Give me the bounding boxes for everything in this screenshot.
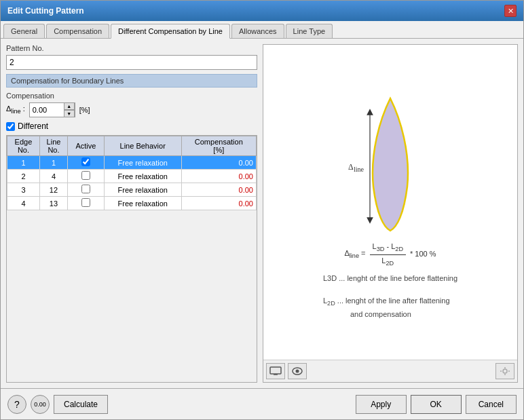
compensation-table: EdgeNo. LineNo. Active Line Behavior Com… [7, 136, 257, 210]
svg-point-8 [503, 369, 507, 373]
spin-down-btn[interactable]: ▼ [64, 110, 75, 117]
tab-compensation[interactable]: Compensation [46, 24, 109, 38]
delta-line-label: Δline : [6, 104, 25, 115]
apply-button[interactable]: Apply [356, 395, 407, 414]
title-bar: Edit Cutting Pattern ✕ [1, 1, 523, 21]
desc-line2: L2D ... lenght of the line after flatten… [323, 295, 457, 309]
settings-icon-btn[interactable] [495, 363, 514, 379]
cell-active[interactable] [68, 170, 105, 183]
description-text: L3D ... lenght of the line before flatte… [310, 273, 471, 320]
svg-rect-3 [270, 367, 281, 374]
calculate-button[interactable]: Calculate [54, 395, 108, 414]
active-checkbox[interactable] [81, 157, 90, 166]
col-compensation: Compensation[%] [181, 136, 256, 156]
tab-line-type[interactable]: Line Type [286, 24, 333, 38]
active-checkbox[interactable] [81, 171, 90, 180]
formula-numerator: L3D - L2D [370, 241, 406, 255]
compensation-section: Compensation Δline : ▲ ▼ [%] [6, 92, 257, 117]
active-checkbox[interactable] [81, 198, 90, 207]
spin-buttons: ▲ ▼ [64, 102, 75, 117]
different-checkbox-row: Different [6, 121, 257, 131]
eye-icon [291, 366, 303, 376]
bottom-left: ? 0.00 Calculate [7, 395, 108, 414]
svg-text:line: line [354, 166, 364, 173]
cell-edge-no: 3 [7, 183, 40, 197]
left-panel: Pattern No. Compensation for Boundary Li… [6, 44, 257, 383]
cell-edge-no: 4 [7, 197, 40, 210]
tabs-bar: General Compensation Different Compensat… [1, 21, 523, 39]
formula-box: Δline = L3D - L2D L2D * 100 % [344, 241, 436, 269]
cell-edge-no: 1 [7, 156, 40, 170]
cell-active[interactable] [68, 156, 105, 170]
active-checkbox[interactable] [81, 185, 90, 193]
pattern-no-label: Pattern No. [6, 44, 257, 52]
spin-up-btn[interactable]: ▲ [64, 102, 75, 110]
cell-compensation: 0.00 [181, 156, 256, 170]
cell-compensation: 0.00 [181, 183, 256, 197]
gear-icon [499, 366, 511, 376]
cell-line-no: 12 [39, 183, 67, 197]
right-panel: Δ line Δline = L3D - L2D L2D * 100 % [263, 44, 518, 383]
col-active: Active [68, 136, 105, 156]
delta-spin-input[interactable]: ▲ ▼ [29, 102, 75, 117]
svg-text:Δ: Δ [348, 162, 354, 172]
value-button[interactable]: 0.00 [31, 395, 50, 414]
col-line-behavior: Line Behavior [104, 136, 181, 156]
right-inner: Δ line Δline = L3D - L2D L2D * 100 % [263, 45, 517, 360]
cell-line-behavior: Free relaxation [104, 197, 181, 210]
col-edge-no: EdgeNo. [7, 136, 40, 156]
different-checkbox-label: Different [18, 121, 48, 131]
formula-denominator: L2D [379, 255, 396, 269]
cell-line-behavior: Free relaxation [104, 170, 181, 183]
ok-button[interactable]: OK [411, 395, 462, 414]
cell-line-no: 4 [39, 170, 67, 183]
tab-general[interactable]: General [3, 24, 45, 38]
right-toolbar [263, 360, 517, 382]
formula-rhs: * 100 % [410, 248, 436, 261]
boundary-section-header: Compensation for Boundary Lines [6, 74, 257, 88]
formula-section: Δline = L3D - L2D L2D * 100 % [344, 241, 436, 273]
monitor-icon [269, 366, 282, 376]
table-row[interactable]: 2 4 Free relaxation 0.00 [7, 170, 257, 183]
dialog: Edit Cutting Pattern ✕ General Compensat… [0, 0, 524, 420]
desc-line3: and compensation [323, 309, 457, 320]
delta-value-input[interactable] [30, 103, 64, 117]
cell-active[interactable] [68, 183, 105, 197]
dialog-title: Edit Cutting Pattern [7, 6, 84, 16]
bottom-right: Apply OK Cancel [356, 395, 517, 414]
eye-icon-btn[interactable] [288, 363, 307, 379]
cell-compensation: 0.00 [181, 170, 256, 183]
pattern-shape: Δ line [322, 85, 458, 234]
table-row[interactable]: 4 13 Free relaxation 0.00 [7, 197, 257, 210]
main-content: Pattern No. Compensation for Boundary Li… [1, 39, 523, 388]
col-line-no: LineNo. [39, 136, 67, 156]
help-button[interactable]: ? [7, 395, 26, 414]
formula-fraction: L3D - L2D L2D [370, 241, 406, 269]
table-container: EdgeNo. LineNo. Active Line Behavior Com… [6, 135, 257, 383]
cell-active[interactable] [68, 197, 105, 210]
desc-line1: L3D ... lenght of the line before flatte… [323, 273, 457, 284]
compensation-row: Δline : ▲ ▼ [%] [6, 102, 257, 117]
table-row[interactable]: 1 1 Free relaxation 0.00 [7, 156, 257, 170]
bottom-bar: ? 0.00 Calculate Apply OK Cancel [1, 388, 523, 419]
cell-line-no: 1 [39, 156, 67, 170]
pattern-no-section: Pattern No. [6, 44, 257, 70]
cell-edge-no: 2 [7, 170, 40, 183]
view-icon-btn[interactable] [266, 363, 285, 379]
cancel-button[interactable]: Cancel [466, 395, 517, 414]
table-row[interactable]: 3 12 Free relaxation 0.00 [7, 183, 257, 197]
pattern-no-input[interactable] [6, 55, 257, 70]
unit-label: [%] [79, 106, 90, 114]
cell-compensation: 0.00 [181, 197, 256, 210]
different-checkbox[interactable] [6, 122, 15, 131]
close-button[interactable]: ✕ [504, 5, 517, 17]
cell-line-behavior: Free relaxation [104, 183, 181, 197]
compensation-label: Compensation [6, 92, 257, 100]
tab-allowances[interactable]: Allowances [231, 24, 284, 38]
tab-diff-comp[interactable]: Different Compensation by Line [111, 24, 230, 39]
pattern-shape-svg: Δ line [322, 85, 458, 234]
cell-line-no: 13 [39, 197, 67, 210]
svg-point-7 [296, 370, 299, 373]
formula-lhs: Δline = [344, 248, 365, 261]
cell-line-behavior: Free relaxation [104, 156, 181, 170]
